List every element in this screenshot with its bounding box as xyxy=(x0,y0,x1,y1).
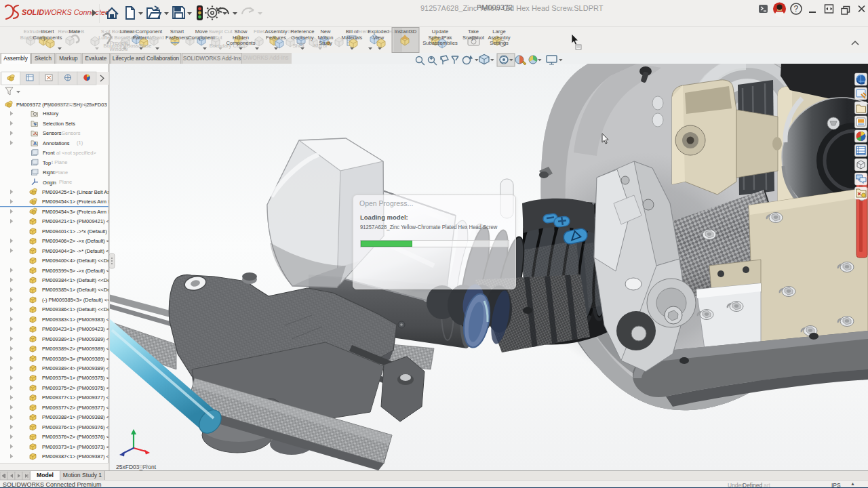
svg-text:PM009389<3> (PM009389) <<Det: PM009389<3> (PM009389) <<Det xyxy=(42,356,108,362)
svg-text:SOLIDWORKS Connected: SOLIDWORKS Connected xyxy=(22,8,110,16)
svg-text:PM009377<1> (PM009377) <<Det: PM009377<1> (PM009377) <<Det xyxy=(42,394,108,401)
svg-text:?: ? xyxy=(794,4,799,14)
svg-text:PM009404<3> ->* (Default) <<De: PM009404<3> ->* (Default) <<De xyxy=(42,248,108,254)
svg-text:PM009401<1> ->*x (Default) <<D: PM009401<1> ->*x (Default) <<D xyxy=(42,228,108,235)
svg-text:PM009421<1> (PM009421) <<Def: PM009421<1> (PM009421) <<Def xyxy=(42,218,108,224)
svg-text:ront: ront xyxy=(138,463,148,470)
svg-text:Plane: Plane xyxy=(59,179,72,185)
svg-text:PM009373<1> (PM009373) <<De: PM009373<1> (PM009373) <<De xyxy=(42,444,108,450)
svg-text:PM009387<1> (PM009387) <<Det: PM009387<1> (PM009387) <<Det xyxy=(42,453,108,460)
svg-text:PM009454<1> (Proteus Arm Rolle: PM009454<1> (Proteus Arm Rolle P xyxy=(42,199,108,205)
svg-text:PM009386<1> (Default) <<Defau: PM009386<1> (Default) <<Defau xyxy=(42,306,108,312)
svg-text:PM009375<1> (PM009375) <<De: PM009375<1> (PM009375) <<De xyxy=(42,375,108,381)
svg-text:PM009389<1> (PM009389) <<Det: PM009389<1> (PM009389) <<Det xyxy=(42,336,108,342)
svg-text:PM009376<1> (PM009376) <<De: PM009376<1> (PM009376) <<De xyxy=(42,424,108,430)
svg-text:A: A xyxy=(33,141,37,146)
svg-text:(-) PM009385<3> (Default) <<De: (-) PM009385<3> (Default) <<Det xyxy=(42,297,108,303)
svg-text:PM009406<2> ->x (Default) <<D: PM009406<2> ->x (Default) <<D xyxy=(42,238,108,244)
svg-text:PM009425<1> (Linear Belt Assem: PM009425<1> (Linear Belt Assem xyxy=(42,189,108,195)
svg-text:PM009383<1> (PM009383) <<Det: PM009383<1> (PM009383) <<Det xyxy=(42,317,108,323)
svg-text:PM009377<2> (PM009377) <<De: PM009377<2> (PM009377) <<De xyxy=(42,405,108,411)
svg-text:PM009454<3> (Proteus Arm Rolle: PM009454<3> (Proteus Arm Rolle xyxy=(42,209,108,215)
svg-text:History: History xyxy=(43,110,59,117)
svg-text:Annotations: Annotations xyxy=(43,140,70,146)
svg-text:PM009384<1> (Default) <<Defau: PM009384<1> (Default) <<Defau xyxy=(42,277,108,283)
svg-text:Origin: Origin xyxy=(43,180,56,186)
svg-text:Front: Front xyxy=(43,150,55,156)
svg-text:(1): (1) xyxy=(77,140,83,146)
svg-text:Sensors: Sensors xyxy=(43,130,62,136)
svg-text:al <not specified>: al <not specified> xyxy=(56,150,96,156)
svg-text:PM009385<1> (Default) <<Defau: PM009385<1> (Default) <<Defau xyxy=(42,287,108,293)
svg-text:PM009399<5> ->x (Default) <<D: PM009399<5> ->x (Default) <<D xyxy=(42,268,108,274)
svg-text:PM009375<2> (PM009375) <<De: PM009375<2> (PM009375) <<De xyxy=(42,385,108,391)
svg-text:PM009389<4> (PM009389) <<Det: PM009389<4> (PM009389) <<Det xyxy=(42,365,108,371)
svg-text:25xFD03_Front: 25xFD03_Front xyxy=(116,464,157,470)
svg-text:Plane: Plane xyxy=(55,169,68,176)
svg-text:PM009423<1> (PM009423) <<De: PM009423<1> (PM009423) <<De xyxy=(42,326,108,332)
svg-text:PM009389<2> (PM009389) <<Det: PM009389<2> (PM009389) <<Det xyxy=(42,346,108,352)
svg-text:PM009376<2> (PM009376) <<De: PM009376<2> (PM009376) <<De xyxy=(42,434,108,440)
svg-text:PM009388<1> (PM009388) <<Det: PM009388<1> (PM009388) <<Det xyxy=(42,414,108,420)
svg-text:ed Hex Head Screw.SLDPRT: ed Hex Head Screw.SLDPRT xyxy=(506,4,604,12)
svg-text:Selection Sets: Selection Sets xyxy=(43,121,75,127)
svg-text:PM009400<4> (Default) <<Defau: PM009400<4> (Default) <<Defau xyxy=(42,258,108,264)
svg-text:Top: Top xyxy=(43,160,51,166)
svg-text:t Plane: t Plane xyxy=(52,159,67,165)
svg-text:Right: Right xyxy=(43,169,55,176)
svg-text:Sensors: Sensors xyxy=(62,130,81,136)
